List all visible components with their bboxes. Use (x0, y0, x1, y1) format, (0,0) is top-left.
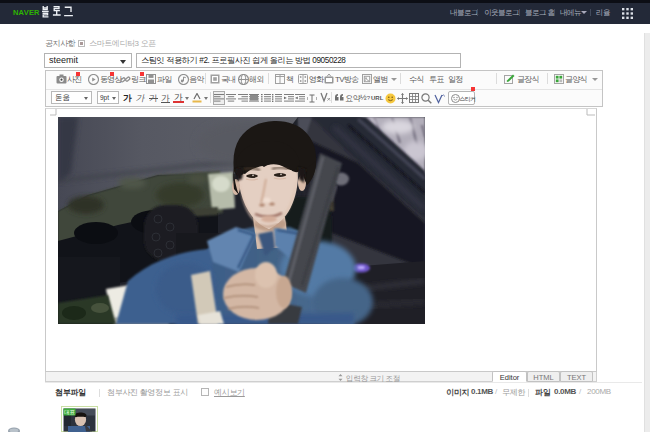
svg-text:대표: 대표 (64, 409, 76, 415)
